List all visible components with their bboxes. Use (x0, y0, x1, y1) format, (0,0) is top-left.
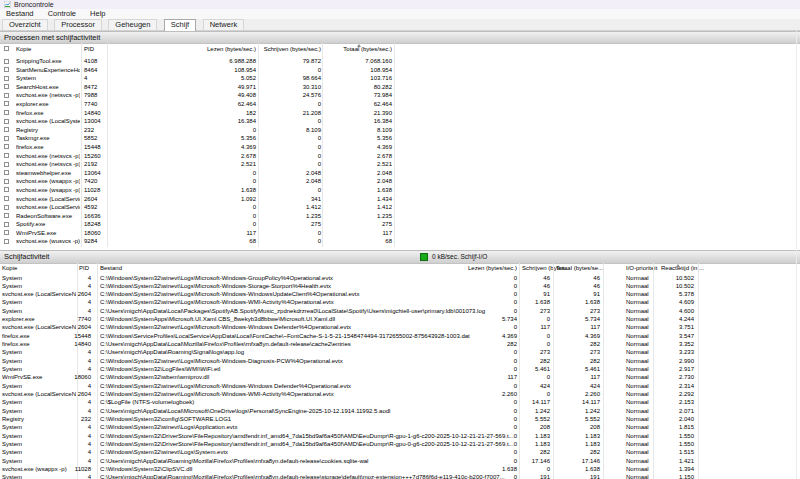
disk-activity-row[interactable]: System 4 C:\Users\migch\AppData\Roaming\… (0, 473, 800, 479)
disk-activity-row[interactable]: WmiPrvSE.exe 18060 C:\Windows\System32\w… (0, 373, 800, 381)
row-checkbox[interactable] (4, 239, 9, 244)
menu-item[interactable]: Help (84, 9, 111, 19)
process-name: svchost.exe (wsappx -p) (16, 186, 80, 195)
process-row[interactable]: steamwebhelper.exe 13064 0 2.048 2.048 (0, 169, 800, 178)
row-checkbox[interactable] (4, 162, 9, 167)
row-checkbox[interactable] (4, 67, 9, 72)
activity-response: 10.502 (676, 282, 694, 290)
process-row[interactable]: Taskmgr.exe 5852 5.356 0 5.356 (0, 134, 800, 143)
process-row[interactable]: svchost.exe (LocalSystemNet... 13004 16.… (0, 117, 800, 126)
tab[interactable]: Netwerk (203, 19, 245, 30)
tab[interactable]: Processor (54, 19, 102, 30)
activity-write: 46 (543, 282, 550, 290)
disk-activity-row[interactable]: System 4 C:\Windows\System32\winevt\Logs… (0, 298, 800, 306)
disk-activity-row[interactable]: System 4 C:\Users\migch\AppData\Roaming\… (0, 348, 800, 356)
row-checkbox[interactable] (4, 84, 9, 89)
disk-activity-row[interactable]: svchost.exe (LocalServiceNetwo... 2604 C… (0, 290, 800, 298)
process-row[interactable]: WmiPrvSE.exe 18060 117 0 117 (0, 229, 800, 238)
process-row[interactable]: RadeonSoftware.exe 16636 0 1.235 1.235 (0, 212, 800, 221)
disk-activity-row[interactable]: System 4 C:\Windows\System32\DriverStore… (0, 440, 800, 448)
process-row[interactable]: svchost.exe (LocalServiceNet... 2604 1.0… (0, 195, 800, 204)
row-checkbox[interactable] (4, 153, 9, 158)
menu-item[interactable]: Bestand (0, 9, 40, 19)
row-checkbox[interactable] (4, 93, 9, 98)
disk-activity-row[interactable]: System 4 C:\Users\migch\AppData\Local\Mi… (0, 407, 800, 415)
activity-pid: 4 (88, 473, 91, 479)
process-row[interactable]: firefox.exe 14840 182 21.208 21.390 (0, 109, 800, 118)
disk-activity-row[interactable]: svchost.exe (wsappx -p) 11028 C:\Windows… (0, 465, 800, 473)
process-row[interactable]: firefox.exe 15448 4.369 0 4.369 (0, 143, 800, 152)
disk-activity-row[interactable]: System 4 C:\Users\migch\AppData\Roaming\… (0, 457, 800, 465)
activity-priority: Normaal (626, 382, 649, 390)
row-checkbox[interactable] (4, 179, 9, 184)
row-checkbox[interactable] (4, 119, 9, 124)
column-header-read[interactable]: Lezen (bytes/sec.) (207, 43, 256, 55)
disk-activity-row[interactable]: firefox.exe 15448 C:\Windows\ServiceProf… (0, 332, 800, 340)
process-row[interactable]: Registry 232 0 8.109 8.109 (0, 126, 800, 135)
tab[interactable]: Schijf (164, 19, 196, 31)
row-checkbox[interactable] (4, 196, 9, 201)
activity-process-name: svchost.exe (wsappx -p) (2, 465, 76, 473)
disk-activity-row[interactable]: svchost.exe (LocalServiceNetwo... 2604 C… (0, 323, 800, 331)
column-header-name[interactable]: Kopie (2, 263, 17, 274)
select-all-checkbox[interactable] (4, 46, 9, 51)
tab[interactable]: Overzicht (2, 19, 48, 30)
disk-activity-row[interactable]: System 4 C:\Windows\System32\winevt\Logs… (0, 382, 800, 390)
process-row[interactable]: svchost.exe (netsvcs -p) 7988 49.408 24.… (0, 91, 800, 100)
process-row[interactable]: explorer.exe 7740 62.464 0 62.464 (0, 100, 800, 109)
row-checkbox[interactable] (4, 170, 9, 175)
row-checkbox[interactable] (4, 230, 9, 235)
process-row[interactable]: svchost.exe (netsvcs -p) 2192 2.521 0 2.… (0, 160, 800, 169)
column-header-write[interactable]: Schrijven (bytes/sec.) (264, 43, 321, 55)
disk-activity-row[interactable]: System 4 C:\Windows\System32\winevt\Logs… (0, 274, 800, 282)
row-checkbox[interactable] (4, 110, 9, 115)
tab[interactable]: Geheugen (108, 19, 157, 30)
activity-file-path: C:\Windows\System32\winevt\Logs\Microsof… (100, 357, 514, 365)
disk-activity-row[interactable]: System 4 C:\Windows\System32\winevt\Logs… (0, 448, 800, 456)
process-row[interactable]: Spotify.exe 18248 0 275 275 (0, 220, 800, 229)
row-checkbox[interactable] (4, 59, 9, 64)
row-checkbox[interactable] (4, 144, 9, 149)
process-row[interactable]: svchost.exe (wsappx -p) 7420 0 2.048 2.0… (0, 177, 800, 186)
disk-activity-row[interactable]: explorer.exe 7740 C:\Windows\SystemApps\… (0, 315, 800, 323)
row-checkbox[interactable] (4, 187, 9, 192)
activity-total: 2.260 (585, 390, 600, 398)
row-checkbox[interactable] (4, 101, 9, 106)
process-row[interactable]: svchost.exe (LocalServiceNo... 4592 0 1.… (0, 203, 800, 212)
process-row[interactable]: svchost.exe (netsvcs -p) 15260 2.678 0 2… (0, 152, 800, 161)
activity-file-path: C:\Windows\System32\winevt\Logs\Microsof… (100, 282, 514, 290)
row-checkbox[interactable] (4, 136, 9, 141)
disk-activity-row[interactable]: firefox.exe 14840 C:\Users\migch\AppData… (0, 340, 800, 348)
process-row[interactable]: svchost.exe (wsappx -p) 11028 1.638 0 1.… (0, 186, 800, 195)
process-row[interactable]: svchost.exe (wusvcs -p) 9284 68 0 68 (0, 237, 800, 246)
activity-total: 424 (590, 382, 600, 390)
disk-activity-row[interactable]: System 4 C:\Windows\System32\winevt\Logs… (0, 282, 800, 290)
disk-activity-row[interactable]: System 4 C:\Windows\System32\winevt\Logs… (0, 423, 800, 431)
row-checkbox[interactable] (4, 76, 9, 81)
process-row[interactable]: StartMenuExperienceHost.exe 8464 108.954… (0, 66, 800, 75)
column-header-total[interactable]: Totaal (bytes/sec.) (343, 43, 392, 55)
row-checkbox[interactable] (4, 222, 9, 227)
column-header-file[interactable]: Bestand (100, 263, 122, 274)
disk-activity-row[interactable]: svchost.exe (LocalServiceNetwo... 2604 C… (0, 390, 800, 398)
row-checkbox[interactable] (4, 127, 9, 132)
row-checkbox[interactable] (4, 205, 9, 210)
column-header-name[interactable]: Kopie (16, 43, 31, 55)
activity-response: 1.150 (679, 473, 694, 479)
column-header-pid[interactable]: PID (84, 43, 94, 55)
column-header-read[interactable]: Lezen (bytes/sec.) (468, 263, 517, 274)
process-row[interactable]: SearchHost.exe 8472 49.971 30.310 80.282 (0, 83, 800, 92)
process-row[interactable]: System 4 5.052 98.664 103.716 (0, 74, 800, 83)
disk-activity-row[interactable]: System 4 C:\Windows\System32\DriverStore… (0, 432, 800, 440)
column-header-pid[interactable]: PID (79, 263, 89, 274)
disk-activity-row[interactable]: System 4 C:\Windows\System32\LogFiles\WM… (0, 365, 800, 373)
row-checkbox[interactable] (4, 213, 9, 218)
column-header-total[interactable]: Totaal (bytes/se... (556, 263, 603, 274)
menu-item[interactable]: Controle (42, 9, 82, 19)
disk-activity-row[interactable]: System 4 C:\Windows\System32\winevt\Logs… (0, 357, 800, 365)
disk-activity-row[interactable]: System 4 C:\$LogFile (NTFS-volumelogboek… (0, 398, 800, 406)
disk-activity-row[interactable]: System 4 C:\Users\migch\AppData\Local\Pa… (0, 307, 800, 315)
disk-activity-row[interactable]: Registry 232 C:\Windows\System32\config\… (0, 415, 800, 423)
activity-read: 5.734 (502, 315, 517, 323)
process-row[interactable]: SnippingTool.exe 4108 6.988.288 79.872 7… (0, 57, 800, 66)
